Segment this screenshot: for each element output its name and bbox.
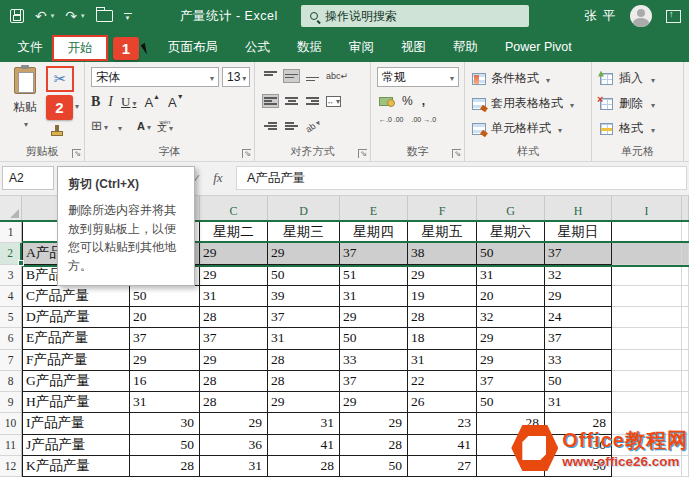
cell[interactable]: 星期日 [545,222,612,243]
format-cells-button[interactable]: 格式 [600,120,655,137]
cell[interactable]: 31 [340,286,408,307]
cell[interactable]: 星期三 [268,222,340,243]
cell[interactable]: 29 [268,243,340,264]
cell[interactable]: 31 [477,265,545,286]
cell[interactable]: 28 [408,307,477,328]
cell[interactable] [612,265,682,286]
copy-dropdown-icon[interactable]: ▾ [75,102,79,111]
tab-formulas[interactable]: 公式 [245,39,270,56]
cell[interactable] [612,307,682,328]
tab-file[interactable]: 文件 [8,32,52,62]
cell[interactable]: 29 [200,413,268,434]
cell[interactable]: 22 [408,371,477,392]
column-header[interactable]: D [268,196,340,220]
cell[interactable]: 37 [200,328,268,349]
comma-style-button[interactable]: , [422,94,425,108]
cell[interactable]: 31 [408,350,477,371]
cell[interactable]: 28 [268,350,340,371]
number-dialog-launcher-icon[interactable]: ⇘ [452,149,461,158]
cell[interactable] [682,243,689,264]
cell[interactable] [682,286,689,307]
cell[interactable]: 37 [340,371,408,392]
cell[interactable] [612,392,682,413]
cell[interactable]: 41 [408,435,477,456]
italic-button[interactable]: I [108,94,113,110]
cell[interactable] [682,350,689,371]
cell[interactable]: 51 [340,265,408,286]
cell[interactable]: 18 [408,328,477,349]
cell[interactable]: K产品产量 [22,456,130,477]
cell[interactable] [612,243,682,264]
cell[interactable]: 星期四 [340,222,408,243]
wrap-text-button[interactable]: abc↵ [326,71,348,81]
fill-handle[interactable] [18,260,24,266]
bottom-align-button[interactable] [305,70,320,82]
increase-indent-button[interactable] [284,120,299,132]
cell[interactable]: F产品产量 [22,350,130,371]
insert-function-icon[interactable]: fx [213,170,222,186]
cell[interactable]: 20 [130,307,200,328]
cell[interactable]: 24 [545,307,612,328]
tab-home-active[interactable]: 开始 [52,35,108,61]
search-box[interactable]: 操作说明搜索 [301,5,529,27]
cell[interactable]: C产品产量 [22,286,130,307]
cell[interactable] [682,265,689,286]
column-header[interactable]: G [477,196,545,220]
cell[interactable]: G产品产量 [22,371,130,392]
phonetic-guide-button[interactable]: wén文 [157,119,173,132]
cell[interactable]: 28 [200,371,268,392]
cell[interactable]: 38 [408,243,477,264]
cell[interactable]: 29 [268,392,340,413]
avatar[interactable] [630,5,652,27]
row-header[interactable]: 1 [0,222,22,243]
row-header[interactable]: 8 [0,371,22,392]
cell[interactable]: 星期二 [200,222,268,243]
cell[interactable]: J产品产量 [22,435,130,456]
cell[interactable]: 29 [477,328,545,349]
cell[interactable]: 26 [408,392,477,413]
increase-font-size-button[interactable]: A▲ [144,95,160,110]
cell[interactable]: 29 [130,350,200,371]
cell[interactable]: 50 [268,265,340,286]
cell[interactable]: 37 [268,307,340,328]
cell[interactable]: 33 [340,350,408,371]
cell[interactable]: 29 [200,350,268,371]
cell[interactable] [682,371,689,392]
cell[interactable] [682,392,689,413]
cell[interactable]: 30 [130,413,200,434]
cell[interactable]: 37 [545,243,612,264]
cell[interactable]: 27 [408,456,477,477]
cell[interactable]: 29 [340,307,408,328]
cell[interactable] [682,222,689,243]
format-painter-button[interactable] [50,125,64,137]
cell[interactable]: 50 [130,435,200,456]
align-left-button[interactable] [263,95,278,107]
tab-power-pivot[interactable]: Power Pivot [505,40,572,54]
column-header[interactable]: F [408,196,477,220]
column-header[interactable]: I [612,196,682,220]
cell[interactable]: I产品产量 [22,413,130,434]
row-header[interactable]: 3 [0,265,22,286]
cell[interactable]: 23 [408,413,477,434]
cell[interactable]: 19 [408,286,477,307]
delete-cells-button[interactable]: 删除 [600,95,655,112]
font-dialog-launcher-icon[interactable]: ⇘ [242,149,251,158]
align-center-button[interactable] [284,95,299,107]
cell-styles-button[interactable]: 单元格样式 [472,120,562,137]
cell[interactable]: 29 [200,243,268,264]
row-header[interactable]: 6 [0,328,22,349]
column-header[interactable]: E [340,196,408,220]
cell[interactable]: 36 [200,435,268,456]
cell[interactable]: 31 [268,328,340,349]
conditional-formatting-button[interactable]: 条件格式 [472,70,550,87]
tab-review[interactable]: 审阅 [349,39,374,56]
undo-icon[interactable]: ↶ [35,9,47,23]
cell[interactable] [612,286,682,307]
cell[interactable]: 29 [340,413,408,434]
cell[interactable]: 32 [545,265,612,286]
formula-input[interactable]: A产品产量 [236,166,687,190]
top-align-button[interactable] [263,70,278,82]
cut-button[interactable]: ✂ [46,66,74,92]
borders-button[interactable]: ⊞ [91,118,108,133]
cell[interactable] [612,371,682,392]
